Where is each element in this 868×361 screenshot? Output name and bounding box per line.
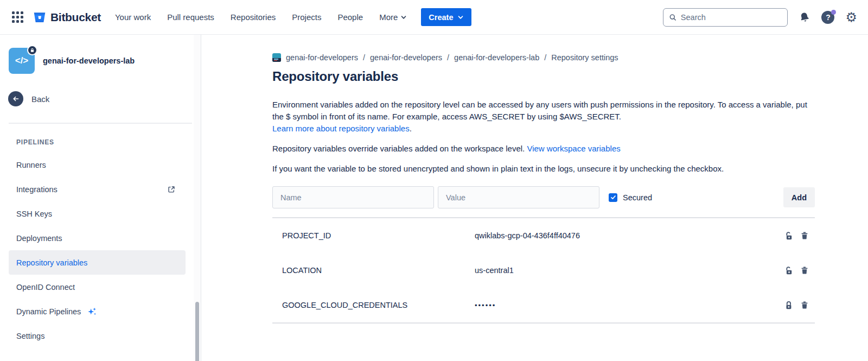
lock-closed-icon[interactable] — [784, 301, 793, 310]
sidebar-item-openid-connect[interactable]: OpenID Connect — [9, 275, 186, 299]
sidebar-section-title: PIPELINES — [16, 138, 201, 146]
breadcrumb-workspace[interactable]: genai-for-developers — [286, 53, 358, 62]
add-variable-form: Secured Add — [272, 186, 815, 208]
variable-name: LOCATION — [272, 266, 475, 275]
brand-wordmark: Bitbucket — [50, 11, 101, 24]
sidebar-item-ssh-keys[interactable]: SSH Keys — [9, 201, 186, 226]
variable-value-input[interactable] — [438, 186, 599, 208]
nav-pull-requests[interactable]: Pull requests — [167, 12, 214, 22]
sidebar-item-settings[interactable]: Settings — [9, 324, 186, 348]
sidebar-item-runners[interactable]: Runners — [9, 153, 186, 177]
bell-icon — [797, 10, 812, 24]
sidebar-item-integrations[interactable]: Integrations — [9, 177, 186, 201]
sidebar-divider — [9, 123, 192, 124]
secured-checkbox[interactable] — [609, 193, 617, 202]
nav-your-work[interactable]: Your work — [115, 12, 151, 22]
private-lock-badge — [27, 45, 37, 55]
variable-name: GOOGLE_CLOUD_CREDENTIALS — [272, 301, 475, 309]
sidebar-scrollbar-thumb[interactable] — [195, 302, 199, 361]
add-button[interactable]: Add — [783, 187, 815, 207]
bitbucket-logo[interactable]: Bitbucket — [33, 10, 101, 24]
gear-icon: ⚙ — [845, 11, 857, 24]
variable-value: us-central1 — [475, 266, 784, 275]
sidebar-item-deployments[interactable]: Deployments — [9, 226, 186, 250]
settings-button[interactable]: ⚙ — [845, 11, 857, 24]
main-content: genai-for-developers / genai-for-develop… — [201, 35, 868, 361]
secured-checkbox-group[interactable]: Secured — [609, 193, 652, 202]
app-switcher-icon[interactable] — [12, 11, 24, 23]
table-row: GOOGLE_CLOUD_CREDENTIALS •••••• — [272, 288, 815, 322]
variables-table: PROJECT_ID qwiklabs-gcp-04-436f4ff40476 — [272, 217, 815, 324]
table-row: PROJECT_ID qwiklabs-gcp-04-436f4ff40476 — [272, 218, 815, 253]
secured-label: Secured — [623, 193, 652, 202]
check-icon — [610, 194, 616, 200]
lock-open-icon[interactable] — [784, 266, 793, 275]
lock-icon — [30, 48, 35, 53]
breadcrumb-repository-settings[interactable]: Repository settings — [551, 53, 618, 62]
variable-value: •••••• — [475, 301, 784, 309]
sidebar-item-repository-variables[interactable]: Repository variables — [9, 250, 186, 275]
nav-repositories[interactable]: Repositories — [231, 12, 276, 22]
nav-projects[interactable]: Projects — [292, 12, 321, 22]
variable-name: PROJECT_ID — [272, 231, 475, 240]
variable-name-input[interactable] — [272, 186, 434, 208]
back-button[interactable]: Back — [8, 91, 192, 106]
variable-value: qwiklabs-gcp-04-436f4ff40476 — [475, 231, 784, 240]
table-row: LOCATION us-central1 — [272, 253, 815, 288]
sidebar: </> genai-for-developers-lab Back PIPELI… — [0, 35, 201, 361]
breadcrumb: genai-for-developers / genai-for-develop… — [272, 53, 815, 62]
repo-avatar: </> — [9, 48, 35, 74]
override-paragraph: Repository variables override variables … — [272, 143, 815, 155]
search-icon — [669, 13, 676, 22]
breadcrumb-repository[interactable]: genai-for-developers-lab — [454, 53, 539, 62]
delete-icon[interactable] — [800, 231, 809, 240]
bitbucket-mark-icon — [33, 10, 47, 24]
chevron-down-icon — [457, 14, 464, 21]
search-input[interactable] — [681, 13, 782, 22]
delete-icon[interactable] — [800, 301, 809, 309]
workspace-avatar-icon — [272, 53, 281, 62]
create-button[interactable]: Create — [421, 8, 471, 26]
arrow-left-icon — [8, 91, 23, 106]
search-box[interactable] — [663, 8, 788, 27]
notification-dot — [831, 10, 836, 15]
sidebar-item-dynamic-pipelines[interactable]: Dynamic Pipelines — [9, 299, 186, 324]
code-icon: </> — [15, 55, 29, 66]
lock-open-icon[interactable] — [784, 231, 793, 240]
sparkles-icon — [86, 306, 98, 318]
chevron-down-icon — [400, 14, 407, 21]
notifications-button[interactable] — [799, 11, 810, 23]
back-label: Back — [31, 94, 49, 104]
intro-paragraph: Environment variables added on the repos… — [272, 99, 815, 135]
view-workspace-variables-link[interactable]: View workspace variables — [527, 144, 620, 153]
unsecure-paragraph: If you want the variable to be stored un… — [272, 163, 815, 175]
top-navigation-bar: Bitbucket Your work Pull requests Reposi… — [0, 0, 868, 35]
primary-nav: Your work Pull requests Repositories Pro… — [115, 12, 407, 22]
nav-people[interactable]: People — [337, 12, 363, 22]
nav-more-menu[interactable]: More — [379, 12, 407, 22]
delete-icon[interactable] — [800, 266, 809, 275]
repo-name: genai-for-developers-lab — [43, 56, 135, 65]
breadcrumb-project[interactable]: genai-for-developers — [370, 53, 442, 62]
sidebar-menu: Runners Integrations SSH Keys Deployment… — [0, 153, 201, 348]
external-link-icon — [167, 185, 176, 194]
learn-more-link[interactable]: Learn more about repository variables — [272, 124, 410, 133]
page-title: Repository variables — [272, 69, 815, 84]
repo-header[interactable]: </> genai-for-developers-lab — [9, 48, 192, 74]
help-button[interactable]: ? — [821, 11, 834, 24]
